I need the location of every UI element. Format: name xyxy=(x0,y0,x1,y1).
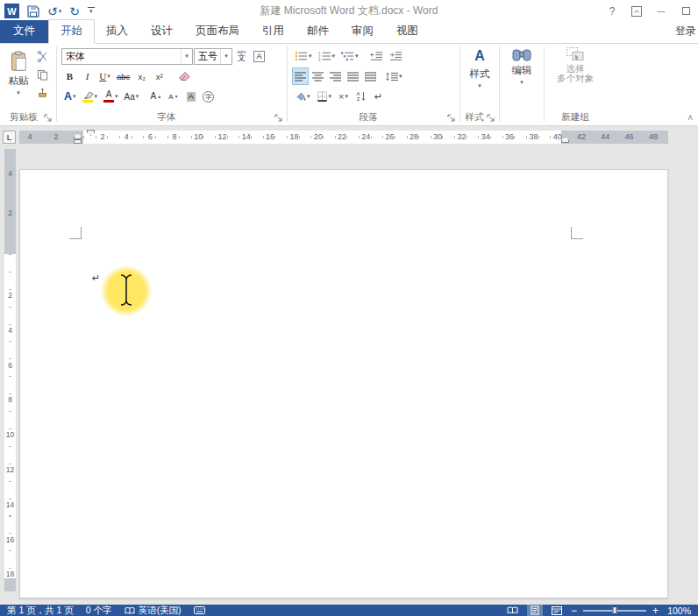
underline-icon: U xyxy=(99,71,106,81)
tab-review[interactable]: 审阅 xyxy=(340,20,385,43)
tab-file[interactable]: 文件 xyxy=(0,20,48,43)
enclose-characters-button[interactable]: 字 xyxy=(200,88,217,105)
copy-button[interactable] xyxy=(34,66,51,83)
font-color-button[interactable]: A ▾ xyxy=(101,88,121,105)
decrease-indent-button[interactable] xyxy=(367,47,386,65)
document-page[interactable]: ↵ xyxy=(19,169,668,598)
strikethrough-button[interactable]: abc xyxy=(114,67,132,85)
page-indicator[interactable]: 第 1 页，共 1 页 xyxy=(7,605,74,616)
tab-references[interactable]: 引用 xyxy=(251,20,296,43)
status-right: − + 100% xyxy=(505,605,691,616)
horizontal-ruler[interactable]: 4224681012141618202224262830323436384042… xyxy=(19,131,668,144)
align-left-icon xyxy=(295,72,306,81)
clipboard-group: 粘贴 ▾ 剪贴板 xyxy=(4,44,54,125)
ruler-number: 32 xyxy=(457,132,466,141)
dropdown-arrow-icon: ▾ xyxy=(399,73,402,80)
zoom-slider[interactable] xyxy=(583,605,646,616)
styles-button[interactable]: A 样式 ▾ xyxy=(462,44,497,100)
vertical-ruler[interactable]: 4224681012141618 xyxy=(4,149,16,591)
maximize-button[interactable] xyxy=(673,2,698,21)
align-left-button[interactable] xyxy=(292,67,309,85)
font-dialog-launcher[interactable] xyxy=(274,114,283,123)
multilevel-list-button[interactable]: ▾ xyxy=(338,47,361,65)
print-layout-button[interactable] xyxy=(527,605,543,616)
underline-button[interactable]: U ▾ xyxy=(96,67,113,85)
tab-mailings[interactable]: 邮件 xyxy=(296,20,340,43)
shading-button[interactable]: ▾ xyxy=(292,88,313,105)
subscript-button[interactable]: x₂ xyxy=(133,67,150,85)
dialog-launcher-icon xyxy=(44,114,53,123)
undo-button[interactable]: ↺ ▾ xyxy=(47,5,61,18)
borders-button[interactable]: ▾ xyxy=(314,88,335,105)
zoom-in-button[interactable]: + xyxy=(652,606,659,615)
align-center-icon xyxy=(312,72,324,81)
clipboard-dialog-launcher[interactable] xyxy=(44,114,53,123)
change-case-icon: Aa xyxy=(125,92,135,102)
tab-design[interactable]: 设计 xyxy=(139,20,184,43)
customize-qat-button[interactable]: ▾ xyxy=(88,8,93,15)
word-logo-icon[interactable]: W xyxy=(4,4,19,18)
ruler-number: 24 xyxy=(361,132,370,141)
increase-indent-button[interactable] xyxy=(387,47,405,65)
justify-button[interactable] xyxy=(345,67,361,85)
read-mode-button[interactable] xyxy=(505,605,521,616)
group-separator xyxy=(544,46,545,122)
zoom-out-button[interactable]: − xyxy=(571,606,577,615)
tab-page-layout[interactable]: 页面布局 xyxy=(184,20,251,43)
zoom-level[interactable]: 100% xyxy=(665,605,691,616)
styles-dialog-launcher[interactable] xyxy=(487,114,495,123)
show-formatting-marks-button[interactable]: ↵ xyxy=(370,88,387,105)
character-shading-button[interactable]: A xyxy=(182,88,199,105)
paste-button[interactable]: 粘贴 ▾ xyxy=(5,47,32,103)
tab-stop-selector[interactable]: L xyxy=(3,131,16,144)
hanging-indent-marker[interactable] xyxy=(74,133,82,139)
save-button[interactable] xyxy=(27,5,39,18)
asian-layout-button[interactable]: × ▾ xyxy=(335,88,352,105)
paragraph-dialog-launcher[interactable] xyxy=(447,114,456,123)
tab-insert[interactable]: 插入 xyxy=(95,20,139,43)
text-effects-button[interactable]: A ▾ xyxy=(61,88,79,105)
change-case-button[interactable]: Aa ▾ xyxy=(122,88,142,105)
right-indent-marker[interactable] xyxy=(561,137,569,143)
ribbon-display-options-button[interactable] xyxy=(624,2,649,21)
italic-button[interactable]: I xyxy=(79,67,96,85)
character-border-button[interactable]: A xyxy=(251,47,267,65)
help-button[interactable]: ? xyxy=(600,2,624,21)
editing-button[interactable]: 编辑 ▾ xyxy=(502,44,542,100)
superscript-button[interactable]: x² xyxy=(151,67,167,85)
tab-home[interactable]: 开始 xyxy=(48,19,95,44)
ruler-number: 30 xyxy=(433,132,442,141)
font-size-select[interactable]: 五号 ▾ xyxy=(194,48,232,65)
select-objects-button[interactable]: 选择 多个对象 xyxy=(546,44,604,100)
input-mode-button[interactable] xyxy=(194,606,205,614)
repeat-button[interactable]: ↻ xyxy=(69,5,80,18)
phonetic-guide-button[interactable]: wén 文 xyxy=(233,47,250,65)
align-center-button[interactable] xyxy=(310,67,326,85)
editing-label: 编辑 xyxy=(512,64,532,77)
clear-formatting-button[interactable] xyxy=(175,67,193,85)
language-indicator[interactable]: 英语(美国) xyxy=(125,605,182,616)
tab-view[interactable]: 视图 xyxy=(385,20,430,43)
numbering-button[interactable]: 123 ▾ xyxy=(316,47,338,65)
bold-button[interactable]: B xyxy=(61,67,78,85)
align-right-button[interactable] xyxy=(327,67,344,85)
distribute-button[interactable] xyxy=(362,67,379,85)
format-painter-button[interactable] xyxy=(34,84,51,102)
grow-font-button[interactable]: A▲ xyxy=(147,88,164,105)
left-indent-marker[interactable] xyxy=(74,139,82,144)
zoom-slider-handle[interactable] xyxy=(612,606,616,614)
text-highlight-button[interactable]: ▾ xyxy=(80,88,101,105)
sign-in-link[interactable]: 登录 xyxy=(668,20,698,43)
web-layout-button[interactable] xyxy=(549,605,565,616)
font-name-select[interactable]: 宋体 ▾ xyxy=(61,48,193,65)
sort-button[interactable]: A Z xyxy=(353,88,369,105)
dropdown-arrow-icon: ▾ xyxy=(107,73,110,80)
minimize-button[interactable]: ─ xyxy=(649,2,673,21)
line-spacing-button[interactable]: ▾ xyxy=(383,67,405,85)
bullets-button[interactable]: ▾ xyxy=(292,47,315,65)
cut-button[interactable] xyxy=(34,47,51,65)
shrink-font-button[interactable]: A▼ xyxy=(165,88,182,105)
collapse-ribbon-button[interactable]: ˄ xyxy=(687,113,693,123)
word-count[interactable]: 0 个字 xyxy=(86,605,112,616)
select-objects-icon xyxy=(566,46,585,62)
